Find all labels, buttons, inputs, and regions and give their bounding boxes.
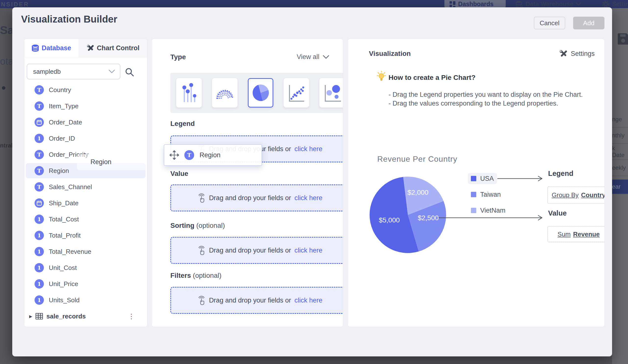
cancel-button[interactable]: Cancel xyxy=(534,17,565,29)
dropzone-text: Drag and drop your fields or xyxy=(209,297,291,304)
legend-item-vietnam[interactable]: VietNam xyxy=(468,205,508,216)
field-row-sales_channel[interactable]: T Sales_Channel xyxy=(24,179,147,195)
view-all-button[interactable]: View all xyxy=(297,53,329,61)
tap-icon xyxy=(197,245,206,255)
nav-settings[interactable]: Settin xyxy=(602,0,628,8)
sorting-dropzone[interactable]: Drag and drop your fields or click here xyxy=(170,237,343,264)
builder-panel: Type View all xyxy=(152,39,343,327)
tap-icon xyxy=(197,193,206,203)
mapping-value-box[interactable]: Sum Revenue xyxy=(547,226,605,242)
nav-data-warehouse[interactable]: Data Warehouse xyxy=(516,0,581,8)
type-card-pie-chart[interactable] xyxy=(248,78,273,108)
bg-right-strip: nge nthly k Date eekly ear xyxy=(612,8,628,364)
field-row-total_profit[interactable]: 1 Total_Profit xyxy=(24,227,147,243)
tab-database[interactable]: Database xyxy=(24,39,79,57)
mapping-legend-box[interactable]: Group By Country xyxy=(547,186,605,204)
field-type-number-icon: 1 xyxy=(35,296,44,305)
field-type-text-icon: T xyxy=(35,182,44,191)
dropzone-click-here[interactable]: click here xyxy=(294,194,322,202)
chart-title: Revenue Per Country xyxy=(377,155,457,164)
field-row-units_sold[interactable]: 1 Units_Sold xyxy=(24,292,147,308)
field-row-unit_price[interactable]: 1 Unit_Price xyxy=(24,276,147,292)
dropzone-text: Drag and drop your fields or xyxy=(209,194,291,202)
nav-data-warehouse-label: Data Warehouse xyxy=(526,0,573,7)
type-card-bubble-chart[interactable] xyxy=(319,78,343,108)
filters-dropzone[interactable]: Drag and drop your fields or click here xyxy=(170,287,343,314)
screen: NSIDER Dashboards Data Warehouse Settin … xyxy=(0,0,628,364)
field-row-total_cost[interactable]: 1 Total_Cost xyxy=(24,211,147,227)
add-button[interactable]: Add xyxy=(573,17,605,29)
field-type-number-icon: 1 xyxy=(35,215,44,224)
value-dropzone[interactable]: Drag and drop your fields or click here xyxy=(170,184,343,211)
chevron-down-icon xyxy=(109,69,115,73)
field-label: Region xyxy=(49,167,69,175)
visualization-title: Visualization xyxy=(369,50,411,58)
value-section-label: Value xyxy=(170,170,188,178)
kebab-menu-icon[interactable]: ⋮ xyxy=(128,312,135,320)
bg-menu-row-selected: ear xyxy=(612,180,628,194)
howto-line: - Drag the values corresponding to the L… xyxy=(389,100,558,107)
bg-bullet xyxy=(2,86,5,90)
field-type-number-icon: 1 xyxy=(35,134,44,143)
type-card-lollipop-chart[interactable] xyxy=(176,78,202,108)
dropzone-text: Drag and drop your fields or xyxy=(209,247,291,254)
tab-chart-control[interactable]: Chart Control xyxy=(79,39,147,57)
group-by-field: Country xyxy=(581,191,605,199)
gear-icon xyxy=(602,0,610,8)
field-label: Total_Profit xyxy=(49,232,81,239)
chevron-down-icon xyxy=(576,2,581,6)
modal-title: Visualization Builder xyxy=(21,14,117,25)
field-row-order_date[interactable]: Order_Date xyxy=(24,114,147,130)
view-all-label: View all xyxy=(297,53,319,61)
field-label: Order_Date xyxy=(49,119,82,126)
drag-ghost-label: Region xyxy=(90,158,112,166)
optional-suffix: (optional) xyxy=(196,222,225,229)
field-label: Unit_Price xyxy=(49,280,78,288)
dropzone-click-here[interactable]: click here xyxy=(294,145,322,153)
legend-swatch xyxy=(471,176,476,181)
expander-icon[interactable]: ▶ xyxy=(29,314,32,319)
legend-item-taiwan[interactable]: Taiwan xyxy=(468,189,504,200)
save-icon xyxy=(618,33,628,45)
field-list: T Country T Item_Type Order_Date 1 Order… xyxy=(24,82,147,308)
field-label: Country xyxy=(49,86,71,94)
howto-title: How to create a Pie Chart? xyxy=(389,74,475,82)
settings-tools-icon xyxy=(559,50,567,58)
table-row-sale-records[interactable]: ▶ sale_records ⋮ xyxy=(24,308,147,324)
type-section-label: Type xyxy=(170,53,186,61)
mapping-legend-title: Legend xyxy=(548,170,573,178)
type-card-scatter-plot[interactable] xyxy=(284,78,309,108)
field-type-text-icon: T xyxy=(184,150,194,160)
field-row-country[interactable]: T Country xyxy=(24,82,147,98)
field-row-item_type[interactable]: T Item_Type xyxy=(24,98,147,114)
nav-dashboards[interactable]: Dashboards xyxy=(444,0,506,8)
legend-item-usa[interactable]: USA xyxy=(468,173,497,184)
search-icon[interactable] xyxy=(125,67,134,77)
visualization-builder-modal: Visualization Builder Cancel Add Databas… xyxy=(12,7,612,357)
field-row-ship_date[interactable]: Ship_Date xyxy=(24,195,147,211)
field-label: Total_Revenue xyxy=(49,248,91,255)
type-card-arc-dot-chart[interactable] xyxy=(212,78,237,108)
field-type-text-icon: T xyxy=(35,101,44,111)
pie-value-label: $2,500 xyxy=(418,214,439,222)
legend-swatch xyxy=(471,192,476,197)
nav-settings-label: Settin xyxy=(612,0,628,7)
lightbulb-icon xyxy=(377,71,386,82)
tab-database-label: Database xyxy=(42,44,71,52)
source-select[interactable]: sampledb xyxy=(27,64,120,79)
settings-button[interactable]: Settings xyxy=(559,50,595,58)
optional-suffix: (optional) xyxy=(193,272,222,279)
source-row: sampledb xyxy=(24,57,147,82)
field-type-number-icon: 1 xyxy=(35,231,44,240)
arrowhead xyxy=(538,176,542,181)
drag-chip-label: Region xyxy=(200,151,221,159)
field-row-unit_cost[interactable]: 1 Unit_Cost xyxy=(24,260,147,276)
dropzone-click-here[interactable]: click here xyxy=(294,247,322,254)
sorting-label: Sorting xyxy=(170,222,194,229)
nav-dashboards-label: Dashboards xyxy=(458,0,493,7)
bg-fragment-ntral: ntral xyxy=(0,142,13,149)
drag-chip-region[interactable]: T Region xyxy=(164,144,262,166)
dropzone-click-here[interactable]: click here xyxy=(294,297,322,304)
field-row-order_id[interactable]: 1 Order_ID xyxy=(24,130,147,146)
field-row-total_revenue[interactable]: 1 Total_Revenue xyxy=(24,243,147,260)
